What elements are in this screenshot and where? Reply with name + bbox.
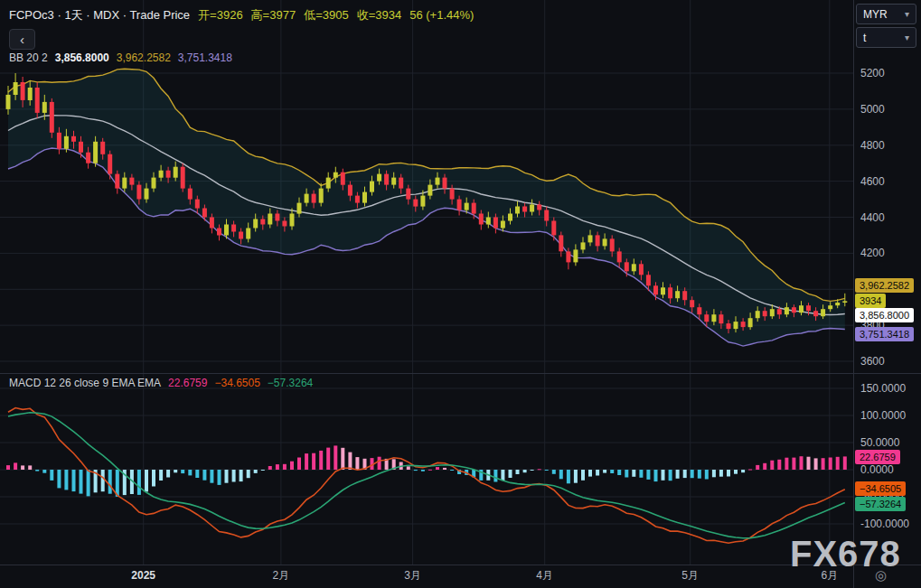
currency-value: MYR: [863, 8, 888, 21]
svg-text:4800: 4800: [860, 139, 885, 152]
macd-line-value: −34.6505: [214, 377, 259, 389]
macd-label-hist: 22.6759: [855, 450, 900, 464]
back-arrow-icon: ‹: [20, 33, 24, 46]
price-label-bb-basis: 3,856.8000: [855, 308, 914, 322]
macd-status-line: MACD 12 26 close 9 EMA EMA 22.6759 −34.6…: [9, 377, 313, 389]
svg-text:50.0000: 50.0000: [860, 436, 900, 449]
macd-pane[interactable]: [6, 408, 847, 544]
scales-settings-icon[interactable]: ◎: [875, 567, 887, 583]
bb-basis-value: 3,856.8000: [55, 51, 109, 64]
svg-text:4600: 4600: [860, 175, 885, 188]
svg-text:2025: 2025: [131, 569, 155, 582]
target-circle-icon: ◎: [875, 567, 887, 583]
bb-status-line: BB 20 2 3,856.8000 3,962.2582 3,751.3418: [9, 51, 232, 64]
symbol-status-line: FCPOc3 · 1天 · MDX · Trade Price 开=3926 高…: [9, 7, 474, 23]
chart-canvas[interactable]: 520050004800460044004200400038003600150.…: [0, 0, 921, 588]
macd-signal-value: −57.3264: [268, 377, 313, 389]
macd-label-signal: −57.3264: [855, 497, 906, 511]
svg-text:150.0000: 150.0000: [860, 382, 906, 395]
symbol-title: FCPOc3 · 1天 · MDX · Trade Price: [9, 7, 190, 23]
svg-text:6月: 6月: [821, 569, 838, 582]
price-label-bb-upper: 3,962.2582: [855, 278, 914, 293]
unit-select[interactable]: t ▾: [856, 27, 916, 48]
back-button[interactable]: ‹: [9, 29, 35, 50]
quote-change: 56 (+1.44%): [409, 8, 474, 22]
svg-text:100.0000: 100.0000: [860, 409, 906, 422]
price-pane[interactable]: [6, 69, 848, 346]
chevron-down-icon: ▾: [905, 9, 909, 19]
quote-low: 低=3905: [304, 7, 349, 23]
quote-high: 高=3977: [251, 7, 296, 23]
macd-histogram: [6, 445, 847, 497]
svg-text:0.0000: 0.0000: [860, 463, 894, 476]
svg-text:5月: 5月: [681, 569, 699, 582]
svg-text:4400: 4400: [860, 211, 885, 224]
svg-text:3月: 3月: [404, 569, 421, 582]
bb-lower-value: 3,751.3418: [178, 51, 232, 64]
svg-text:4200: 4200: [860, 247, 885, 259]
svg-text:4月: 4月: [536, 569, 553, 582]
macd-hist-value: 22.6759: [168, 377, 207, 389]
trading-chart-app: 520050004800460044004200400038003600150.…: [0, 0, 921, 588]
svg-text:5000: 5000: [860, 103, 885, 116]
bb-title: BB 20 2: [9, 51, 48, 64]
bb-upper-value: 3,962.2582: [117, 51, 171, 64]
unit-value: t: [863, 32, 866, 44]
svg-text:-100.0000: -100.0000: [860, 518, 909, 530]
macd-title: MACD 12 26 close 9 EMA EMA: [9, 377, 161, 389]
quote-close: 收=3934: [357, 7, 402, 23]
currency-select[interactable]: MYR ▾: [856, 4, 916, 24]
quote-open: 开=3926: [198, 7, 243, 23]
svg-text:5200: 5200: [860, 67, 885, 79]
price-label-last: 3934: [855, 294, 886, 308]
bollinger-fill: [8, 69, 845, 346]
time-scale[interactable]: 20252月3月4月5月6月: [131, 569, 838, 582]
macd-label-macd: −34.6505: [855, 481, 906, 496]
svg-text:2月: 2月: [273, 569, 290, 582]
price-label-bb-lower: 3,751.3418: [855, 327, 914, 341]
chevron-down-icon: ▾: [905, 33, 909, 42]
svg-text:3600: 3600: [860, 355, 885, 368]
